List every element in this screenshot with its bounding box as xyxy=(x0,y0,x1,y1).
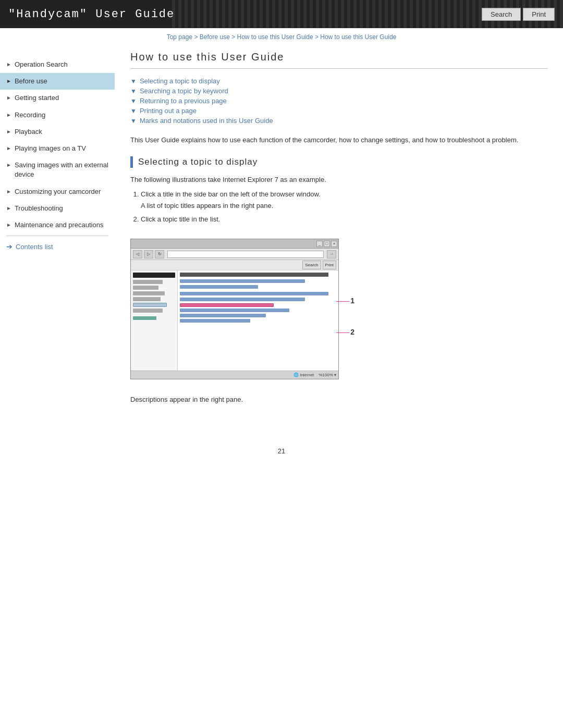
sc-refresh-icon: ↻ xyxy=(155,250,164,258)
toc-list: ▼ Selecting a topic to display ▼ Searchi… xyxy=(130,77,547,125)
sidebar-item-playback[interactable]: ► Playback xyxy=(0,124,115,140)
step-1: Click a title in the side bar on the lef… xyxy=(141,189,547,212)
sc-content-line-5 xyxy=(180,309,289,312)
sidebar-label: Maintenance and precautions xyxy=(15,220,108,230)
callout-2: 2 xyxy=(336,326,354,339)
sc-print-btn: Print xyxy=(323,261,336,270)
callout-1-line xyxy=(336,301,349,302)
toc-link-marks[interactable]: Marks and notations used in this User Gu… xyxy=(140,117,273,125)
sidebar-item-saving-images[interactable]: ► Saving images with an external device xyxy=(0,157,115,183)
main-layout: ► Operation Search ► Before use ► Gettin… xyxy=(0,46,563,426)
sidebar-item-customizing[interactable]: ► Customizing your camcorder xyxy=(0,183,115,200)
sidebar-item-operation-search[interactable]: ► Operation Search xyxy=(0,56,115,73)
sc-sidebar-item-3 xyxy=(133,291,165,295)
step-2: Click a topic title in the list. xyxy=(141,214,547,225)
section-title-text: Selecting a topic to display xyxy=(138,157,258,167)
sidebar-arrow-icon: ► xyxy=(6,78,11,85)
contents-list-link[interactable]: ➔ Contents list xyxy=(0,238,115,255)
callout-1-label: 1 xyxy=(350,295,354,307)
section-selecting-topic: Selecting a topic to display The followi… xyxy=(130,156,547,405)
callout-1: 1 xyxy=(336,295,354,307)
sidebar-label: Playback xyxy=(15,127,108,137)
sc-sidebar-item-2 xyxy=(133,286,158,290)
sc-sidebar-item-4 xyxy=(133,297,161,301)
sidebar-arrow-icon: ► xyxy=(6,188,11,195)
sc-sidebar-item-1 xyxy=(133,280,163,284)
toc-link-selecting[interactable]: Selecting a topic to display xyxy=(140,77,220,85)
sidebar-arrow-icon: ► xyxy=(6,162,11,169)
section-body-intro: The following illustrations take Interne… xyxy=(130,174,547,186)
sc-content-block-2 xyxy=(180,292,336,323)
sidebar-item-recording[interactable]: ► Recording xyxy=(0,107,115,124)
sc-sidebar-link xyxy=(133,316,156,320)
sidebar-label: Getting started xyxy=(15,93,108,103)
breadcrumb-before-use[interactable]: Before use xyxy=(200,33,230,41)
toc-item-3: ▼ Returning to a previous page xyxy=(130,97,547,105)
search-button[interactable]: Search xyxy=(482,8,521,21)
contents-list-label: Contents list xyxy=(16,243,53,251)
sc-content-block-1 xyxy=(180,273,336,289)
sc-content-line-2 xyxy=(180,285,258,289)
site-title: "Handycam" User Guide xyxy=(8,8,175,21)
toc-triangle-icon: ▼ xyxy=(130,97,137,105)
sc-browser-content xyxy=(178,270,338,379)
sc-forward-icon: ▷ xyxy=(144,250,153,258)
sc-back-icon: ◁ xyxy=(133,250,142,258)
toc-triangle-icon: ▼ xyxy=(130,78,137,85)
sc-browser-body xyxy=(131,270,338,379)
sidebar-label: Saving images with an external device xyxy=(15,161,108,179)
breadcrumb-how-to-use[interactable]: How to use this User Guide xyxy=(237,33,313,41)
screenshot-container: _ □ × ◁ ▷ ↻ → xyxy=(130,239,339,379)
sc-highlighted-item xyxy=(180,303,274,307)
sidebar-item-playing-images-tv[interactable]: ► Playing images on a TV xyxy=(0,140,115,157)
sidebar-arrow-icon: ► xyxy=(6,61,11,68)
sidebar-item-getting-started[interactable]: ► Getting started xyxy=(0,90,115,106)
sc-sidebar-item-5-highlighted xyxy=(133,303,167,307)
screenshot-box: _ □ × ◁ ▷ ↻ → xyxy=(130,239,339,379)
sc-titlebar: _ □ × xyxy=(131,239,338,249)
callout-2-line xyxy=(336,332,349,333)
toc-item-4: ▼ Printing out a page xyxy=(130,107,547,115)
sidebar-arrow-icon: ► xyxy=(6,221,11,229)
sidebar-label: Recording xyxy=(15,110,108,120)
sidebar-arrow-icon: ► xyxy=(6,94,11,102)
sc-browser-sidebar xyxy=(131,270,178,379)
toc-link-searching[interactable]: Searching a topic by keyword xyxy=(140,87,228,95)
header-buttons: Search Print xyxy=(482,8,555,21)
sc-content-line-3 xyxy=(180,292,328,295)
sidebar-arrow-icon: ► xyxy=(6,145,11,152)
sc-sidebar-item-6 xyxy=(133,309,163,313)
sidebar: ► Operation Search ► Before use ► Gettin… xyxy=(0,51,115,421)
page-number: 21 xyxy=(0,447,563,455)
sc-content-line-4 xyxy=(180,298,305,301)
sidebar-label: Operation Search xyxy=(15,60,108,69)
breadcrumb: Top page > Before use > How to use this … xyxy=(0,28,563,46)
sc-content-line-6 xyxy=(180,314,266,317)
breadcrumb-top[interactable]: Top page xyxy=(167,33,192,41)
page-header: "Handycam" User Guide Search Print xyxy=(0,0,563,28)
sc-maximize-icon: □ xyxy=(324,241,330,247)
toc-link-printing[interactable]: Printing out a page xyxy=(140,107,197,115)
sidebar-label: Playing images on a TV xyxy=(15,144,108,153)
callout-2-label: 2 xyxy=(350,326,354,339)
toc-item-2: ▼ Searching a topic by keyword xyxy=(130,87,547,95)
sidebar-item-troubleshooting[interactable]: ► Troubleshooting xyxy=(0,200,115,217)
sidebar-divider xyxy=(6,236,108,236)
sc-content-title xyxy=(180,273,328,277)
toc-item-5: ▼ Marks and notations used in this User … xyxy=(130,117,547,125)
sidebar-item-maintenance[interactable]: ► Maintenance and precautions xyxy=(0,217,115,233)
sc-close-icon: × xyxy=(331,241,337,247)
section-bar-icon xyxy=(130,156,133,168)
sc-content-line-7 xyxy=(180,319,250,323)
toc-link-returning[interactable]: Returning to a previous page xyxy=(140,97,227,105)
print-button[interactable]: Print xyxy=(523,8,555,21)
toc-triangle-icon: ▼ xyxy=(130,107,137,115)
sidebar-item-before-use[interactable]: ► Before use xyxy=(0,73,115,90)
content-area: How to use this User Guide ▼ Selecting a… xyxy=(115,51,563,421)
sidebar-arrow-icon: ► xyxy=(6,128,11,135)
footer-note: Descriptions appear in the right pane. xyxy=(130,394,547,405)
sc-statusbar-text: 🌐 Internet %100% ▾ xyxy=(293,372,336,379)
page-number-text: 21 xyxy=(278,447,285,455)
arrow-right-icon: ➔ xyxy=(6,242,13,251)
section-body-1: The following illustrations take Interne… xyxy=(130,174,547,405)
